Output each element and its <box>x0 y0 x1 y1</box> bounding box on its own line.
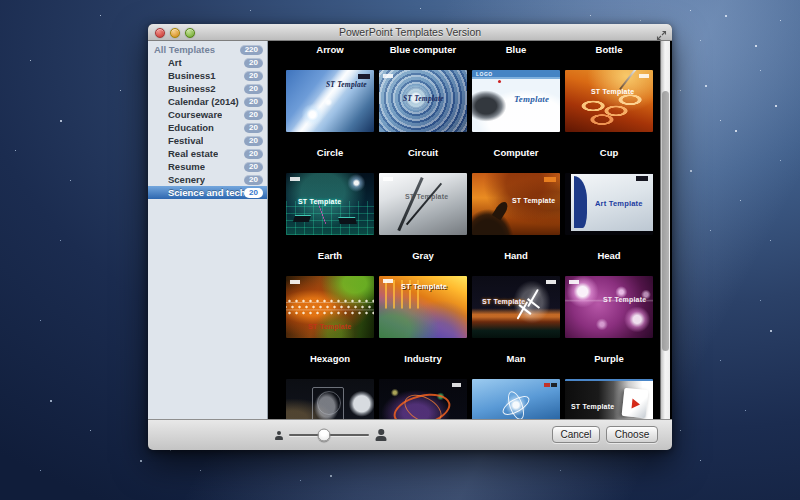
count-badge: 20 <box>244 188 263 198</box>
sidebar-item-calendar[interactable]: Calendar (2014) 20 <box>148 95 267 108</box>
thumbnail-label: Circle <box>286 146 374 160</box>
slider-knob[interactable] <box>318 429 331 442</box>
thumbnail-label: Gray <box>379 249 467 263</box>
sidebar-item-label: Resume <box>168 161 205 172</box>
sidebar-item-business1[interactable]: Business1 20 <box>148 69 267 82</box>
thumbnail-overlay-text: ST Template <box>405 193 448 200</box>
thumbnail-overlay-text: ST Template <box>591 88 634 95</box>
minimize-icon[interactable] <box>170 28 180 38</box>
count-badge: 20 <box>244 136 263 146</box>
template-grid: Arrow Blue computer Blue Bottle ST Templ… <box>268 41 672 419</box>
sidebar-item-label: Science and technology <box>168 187 244 198</box>
template-thumbnail-cup[interactable]: ST Template <box>565 70 653 132</box>
thumbnail-label: Industry <box>379 352 467 366</box>
thumbnail-overlay-text: ST Template <box>571 403 614 410</box>
sidebar-item-festival[interactable]: Festival 20 <box>148 134 267 147</box>
thumbnail-overlay-text: Art Template <box>595 199 643 208</box>
sidebar-item-label: Courseware <box>168 109 222 120</box>
template-thumbnail-atom[interactable] <box>472 379 560 419</box>
thumbnail-overlay-text: ST Template <box>403 94 444 103</box>
thumbnail-overlay-text: Template <box>514 94 549 104</box>
thumbnail-label: Man <box>472 352 560 366</box>
window-titlebar: PowerPoint Templates Version <box>148 24 672 41</box>
thumbnail-row-partial: ST Template <box>268 379 672 419</box>
star-field-bright <box>0 0 2 2</box>
window-title: PowerPoint Templates Version <box>148 24 672 40</box>
template-thumbnail-gray[interactable]: ST Template <box>379 173 467 235</box>
grid-label-row: Earth Gray Hand Head <box>268 249 672 263</box>
template-thumbnail-circle[interactable]: ST Template <box>286 70 374 132</box>
cancel-button[interactable]: Cancel <box>552 426 600 443</box>
sidebar-item-real-estate[interactable]: Real estate 20 <box>148 147 267 160</box>
template-thumbnail-atom-sketch[interactable] <box>379 379 467 419</box>
sidebar-item-resume[interactable]: Resume 20 <box>148 160 267 173</box>
count-badge: 20 <box>244 71 263 81</box>
template-thumbnail-computer[interactable]: LOGO Template <box>472 70 560 132</box>
window-controls <box>155 28 195 38</box>
thumbnail-label: Blue <box>472 43 560 57</box>
sidebar-item-label: Festival <box>168 135 203 146</box>
count-badge: 20 <box>244 110 263 120</box>
sidebar-item-label: Education <box>168 122 214 133</box>
thumbnail-overlay-text: ST Template <box>326 80 367 89</box>
zoom-icon[interactable] <box>185 28 195 38</box>
thumbnail-overlay-text: ST Template <box>298 198 341 205</box>
sidebar-item-label: Calendar (2014) <box>168 96 239 107</box>
thumbnail-overlay-text: ST Template <box>482 298 525 305</box>
sidebar-item-all-templates[interactable]: All Templates 220 <box>148 43 267 56</box>
count-badge: 20 <box>244 84 263 94</box>
template-thumbnail-purple[interactable]: ST Template <box>565 276 653 338</box>
grid-label-row: Hexagon Industry Man Purple <box>268 352 672 366</box>
thumbnail-label: Purple <box>565 352 653 366</box>
thumbnail-row: ST Template ST Template LOGO Template ST… <box>268 70 672 132</box>
thumbnail-label: Head <box>565 249 653 263</box>
template-thumbnail-earth[interactable]: ST Template <box>286 173 374 235</box>
count-badge: 20 <box>244 123 263 133</box>
sidebar-item-label: Real estate <box>168 148 218 159</box>
template-thumbnail-head[interactable]: Art Template <box>565 173 653 235</box>
vertical-scrollbar[interactable] <box>660 41 670 419</box>
thumbnail-size-slider[interactable] <box>274 427 387 443</box>
sidebar-item-art[interactable]: Art 20 <box>148 56 267 69</box>
thumbnail-overlay-text: ST Template <box>603 296 646 303</box>
slider-track[interactable] <box>289 434 369 436</box>
thumbnail-label: Circuit <box>379 146 467 160</box>
thumbnail-label: Cup <box>565 146 653 160</box>
thumbnail-row: ST Template ST Template ST Template ST T… <box>268 276 672 338</box>
count-badge: 220 <box>240 45 263 55</box>
grid-label-row: Arrow Blue computer Blue Bottle <box>268 43 672 57</box>
template-thumbnail-hexagon[interactable]: ST Template <box>286 276 374 338</box>
count-badge: 20 <box>244 162 263 172</box>
sidebar-item-science-and-technology[interactable]: Science and technology 20 <box>148 186 267 199</box>
sidebar-item-courseware[interactable]: Courseware 20 <box>148 108 267 121</box>
close-icon[interactable] <box>155 28 165 38</box>
count-badge: 20 <box>244 149 263 159</box>
fullscreen-arrows-icon[interactable] <box>656 27 667 38</box>
thumbnail-overlay-text: ST Template <box>401 282 447 291</box>
template-thumbnail-play[interactable]: ST Template <box>565 379 653 419</box>
thumbnail-label: Hand <box>472 249 560 263</box>
template-thumbnail-hand[interactable]: ST Template <box>472 173 560 235</box>
choose-button[interactable]: Choose <box>606 426 658 443</box>
count-badge: 20 <box>244 97 263 107</box>
sidebar-item-business2[interactable]: Business2 20 <box>148 82 267 95</box>
desktop-wallpaper: PowerPoint Templates Version All Templat… <box>0 0 800 500</box>
grid-label-row: Circle Circuit Computer Cup <box>268 146 672 160</box>
template-thumbnail-vitruvian[interactable] <box>286 379 374 419</box>
template-thumbnail-circuit[interactable]: ST Template <box>379 70 467 132</box>
sidebar-item-label: Business2 <box>168 83 216 94</box>
sidebar-item-label: Business1 <box>168 70 216 81</box>
window-body: All Templates 220 Art 20 Business1 20 Bu… <box>148 41 672 419</box>
scrollbar-thumb[interactable] <box>662 91 669 351</box>
person-small-icon <box>274 431 283 440</box>
sidebar-item-scenery[interactable]: Scenery 20 <box>148 173 267 186</box>
template-thumbnail-man[interactable]: ST Template <box>472 276 560 338</box>
template-thumbnail-industry[interactable]: ST Template <box>379 276 467 338</box>
thumbnail-label: Blue computer <box>379 43 467 57</box>
thumbnail-label: Computer <box>472 146 560 160</box>
bottom-toolbar: Cancel Choose <box>148 419 672 450</box>
person-large-icon <box>375 429 387 441</box>
count-badge: 20 <box>244 175 263 185</box>
sidebar-item-education[interactable]: Education 20 <box>148 121 267 134</box>
thumbnail-overlay-text: ST Template <box>308 323 351 330</box>
